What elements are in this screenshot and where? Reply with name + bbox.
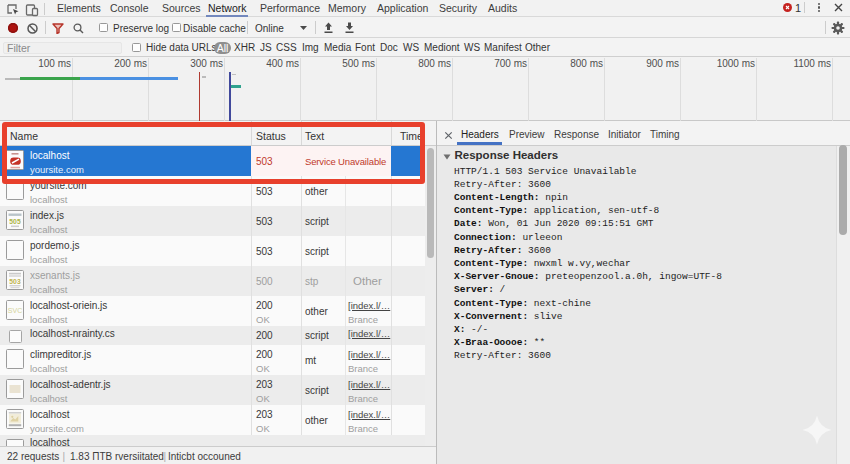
svg-text:505: 505 (9, 218, 21, 225)
svg-text:SVC: SVC (8, 307, 22, 314)
svg-text:503: 503 (9, 278, 21, 285)
